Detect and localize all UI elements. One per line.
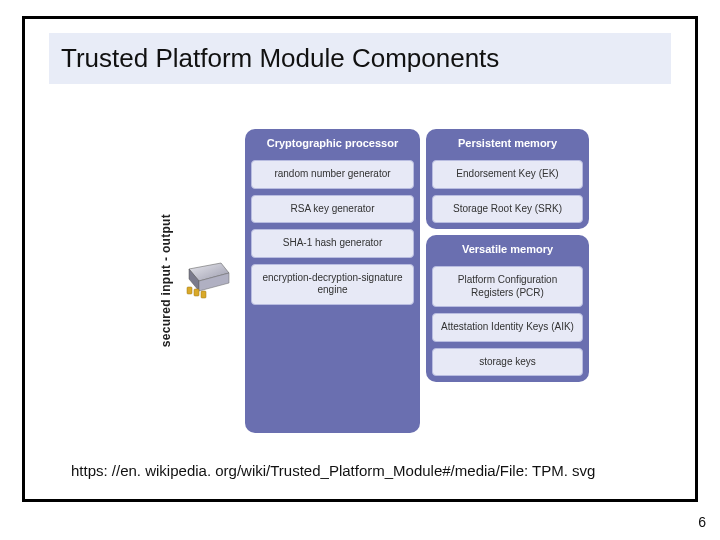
- diagram-cell: Endorsement Key (EK): [432, 160, 583, 189]
- versatile-memory-column: Versatile memory Platform Configuration …: [426, 235, 589, 382]
- page-number: 6: [698, 514, 706, 530]
- diagram-cell: SHA-1 hash generator: [251, 229, 414, 258]
- diagram-cell: Platform Configuration Registers (PCR): [432, 266, 583, 307]
- diagram-cell: encryption-decryption-signature engine: [251, 264, 414, 305]
- diagram-cell: random number generator: [251, 160, 414, 189]
- tpm-chip-icon: [179, 259, 233, 303]
- diagram-cell: Storage Root Key (SRK): [432, 195, 583, 224]
- diagram-cell: storage keys: [432, 348, 583, 377]
- column-header: Versatile memory: [432, 241, 583, 260]
- svg-rect-5: [201, 291, 206, 298]
- column-header: Cryptographic processor: [251, 135, 414, 154]
- page-title: Trusted Platform Module Components: [49, 33, 671, 84]
- diagram-cell: RSA key generator: [251, 195, 414, 224]
- source-url: https: //en. wikipedia. org/wiki/Trusted…: [71, 462, 595, 479]
- tpm-diagram: secured input - output Cryptographic p: [157, 129, 589, 433]
- column-header: Persistent memory: [432, 135, 583, 154]
- diagram-cell: Attestation Identity Keys (AIK): [432, 313, 583, 342]
- svg-rect-4: [194, 289, 199, 296]
- persistent-memory-column: Persistent memory Endorsement Key (EK) S…: [426, 129, 589, 229]
- secured-io-label: secured input - output: [157, 214, 175, 347]
- svg-rect-3: [187, 287, 192, 294]
- crypto-processor-column: Cryptographic processor random number ge…: [245, 129, 420, 433]
- memory-column-stack: Persistent memory Endorsement Key (EK) S…: [426, 129, 589, 433]
- slide-frame: Trusted Platform Module Components secur…: [22, 16, 698, 502]
